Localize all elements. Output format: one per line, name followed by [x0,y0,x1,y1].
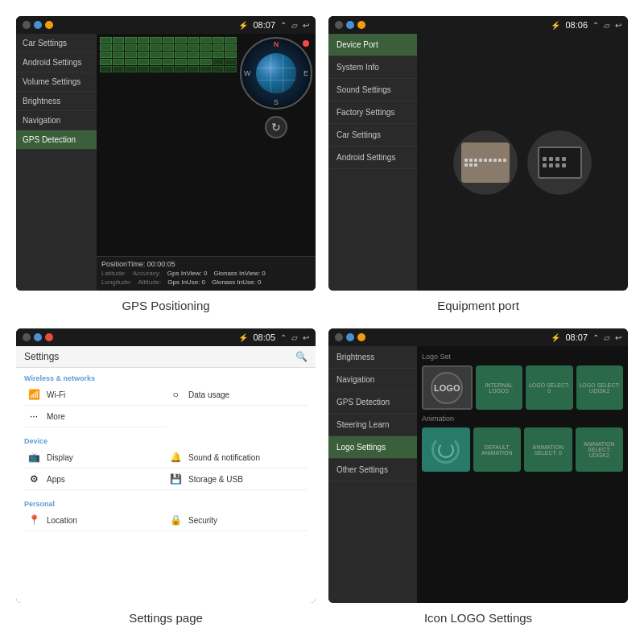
accuracy-label: Accuracy: [133,270,161,277]
pin [464,163,468,167]
gps-bar [175,52,187,58]
port-caption: Equipment port [437,295,519,316]
animation-spin-item[interactable] [422,427,470,472]
security-item[interactable]: 🔒 Security [166,510,308,531]
sidebar-item-brightness[interactable]: Brightness [16,92,97,111]
port-back-icon: ↩ [615,21,621,30]
wifi-label: Wi-Fi [47,390,163,399]
pin [549,163,553,167]
gps-bar [213,52,225,58]
wireless-section: Wireless & networks 📶 Wi-Fi ○ Data usage… [16,368,316,431]
apps-item[interactable]: ⚙ Apps [24,469,166,490]
device-grid: 📺 Display 🔔 Sound & notification ⚙ Apps [24,447,308,490]
gps-position-time: PositionTime: 00:00:05 [101,260,311,268]
sidebar-item-navigation[interactable]: Navigation [16,111,97,130]
settings-time-display: 08:05 [253,332,275,342]
logo-sidebar-item-other-settings[interactable]: Other Settings [328,459,417,481]
gps-bar [125,44,137,51]
gps-bar [213,37,225,43]
animation-select-udisk2-item[interactable]: ANIMATION SELECT: UDISK2 [576,427,624,472]
port-sidebar-item-system-info[interactable]: System Info [328,56,417,79]
logo-status-icon-1 [335,333,343,341]
port-status-right: ⚡ 08:06 ⌃ ▱ ↩ [551,20,621,30]
more-item[interactable]: ··· More [24,406,166,427]
animation-select-udisk2-label: ANIMATION SELECT: UDISK2 [576,440,624,460]
latitude-label: Latitude: [101,270,126,277]
port-sidebar: Device Port System Info Sound Settings F… [328,34,417,291]
chevron-up-icon: ⌃ [280,21,287,30]
location-item[interactable]: 📍 Location [24,510,166,531]
sound-item[interactable]: 🔔 Sound & notification [166,447,308,469]
logo-sidebar-item-steering-learn[interactable]: Steering Learn [328,414,417,436]
port-sidebar-item-android-settings[interactable]: Android Settings [328,147,417,169]
refresh-button[interactable]: ↻ [265,116,287,138]
logo-panel-wrapper: ⚡ 08:07 ⌃ ▱ ↩ Brightness Navigation GPS … [328,328,628,628]
connector-row [543,157,577,161]
gps-bar [138,37,150,43]
gps-bar [100,37,112,43]
gps-panel: ⚡ 08:07 ⌃ ▱ ↩ Car Settings Android Setti… [16,16,316,291]
logo-status-left [335,333,365,341]
logo-sidebar-item-logo-settings[interactable]: Logo Settings [328,436,417,459]
gps-bar [163,59,175,65]
logo-select-0-item[interactable]: LOGO SELECT: 0 [526,365,573,410]
logo-sidebar-item-gps-detection[interactable]: GPS Detection [328,391,417,414]
port-sidebar-item-factory-settings[interactable]: Factory Settings [328,101,417,124]
wifi-item[interactable]: 📶 Wi-Fi [24,384,166,406]
pin [469,163,473,167]
gps-altitude: Altitude: [138,279,161,286]
pin [489,159,492,162]
port-time-display: 08:06 [565,20,588,30]
gps-bar [200,44,212,51]
port-sidebar-item-car-settings[interactable]: Car Settings [328,124,417,147]
data-usage-icon: ○ [169,388,182,401]
port-minimize-icon: ▱ [604,21,610,30]
port-status-icon-2 [346,21,354,29]
sidebar-item-volume-settings[interactable]: Volume Settings [16,72,97,92]
storage-item[interactable]: 💾 Storage & USB [166,469,308,490]
logo-status-icon-3 [357,333,365,341]
logo-time-display: 08:07 [565,332,588,342]
port-chevron-icon: ⌃ [592,21,599,30]
glonass-inview-value: Glonass InView: 0 [213,270,265,277]
search-icon[interactable]: 🔍 [295,351,308,362]
animation-select-0-item[interactable]: ANIMATION SELECT: 0 [524,427,572,472]
gps-bar [113,52,125,58]
gps-bar [225,52,237,58]
settings-status-icon-3 [45,333,53,341]
back-icon: ↩ [303,21,309,30]
port-sidebar-item-device-port[interactable]: Device Port [328,34,417,56]
data-usage-item[interactable]: ○ Data usage [166,384,308,406]
port-sidebar-item-sound-settings[interactable]: Sound Settings [328,79,417,101]
logo-circle-item[interactable]: LOGO [422,365,473,410]
port-main [417,34,628,291]
pin [555,163,559,167]
animation-default-item[interactable]: DEFAULT ANIMATION [473,427,522,472]
display-item[interactable]: 📺 Display [24,447,166,469]
gps-inuse-value: Gps InUse: 0 [167,279,205,286]
settings-panel-wrapper: ⚡ 08:05 ⌃ ▱ ↩ Settings 🔍 Wireless & netw… [16,328,316,628]
gps-bar [213,59,225,65]
logo-sidebar-item-navigation[interactable]: Navigation [328,369,417,391]
gps-bar [150,37,162,43]
pin [479,159,482,162]
connector-row [543,163,577,167]
sidebar-item-android-settings[interactable]: Android Settings [16,53,97,72]
compass-w-label: W [244,69,251,77]
sidebar-item-car-settings[interactable]: Car Settings [16,34,97,53]
gps-bar [150,52,162,58]
compass-e-label: E [303,69,308,77]
sidebar-item-gps-detection[interactable]: GPS Detection [16,130,97,150]
sound-icon: 🔔 [169,451,182,464]
logo-select-udisk2-item[interactable]: LOGO SELECT: UDISK2 [576,365,624,410]
bluetooth-icon: ⚡ [238,21,248,30]
settings-chevron-icon: ⌃ [280,333,287,342]
settings-caption: Settings page [129,608,203,628]
logo-panel: ⚡ 08:07 ⌃ ▱ ↩ Brightness Navigation GPS … [328,328,628,603]
logo-sidebar-item-brightness[interactable]: Brightness [328,346,417,369]
compass: N S E W [240,37,312,109]
gps-bar [125,52,137,58]
port-panel-wrapper: ⚡ 08:06 ⌃ ▱ ↩ Device Port System Info So… [328,16,628,316]
settings-header: Settings 🔍 [16,346,316,368]
logo-internal-item[interactable]: INTERNAL LOGOS [476,365,523,410]
